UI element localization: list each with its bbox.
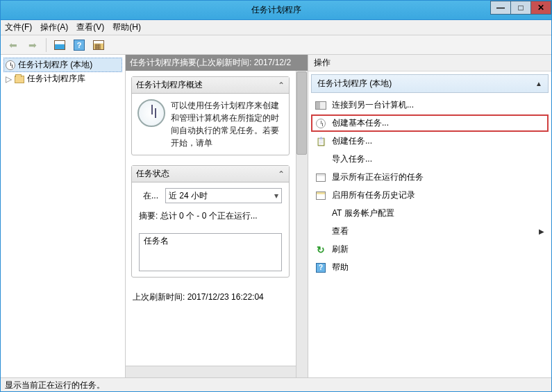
title-bar: 任务计划程序 — □ ✕: [1, 1, 551, 20]
clock-icon: [315, 118, 326, 129]
vertical-scrollbar[interactable]: [296, 71, 308, 377]
help-icon: ?: [315, 262, 326, 273]
actions-title-bar[interactable]: 任务计划程序 (本地) ▲: [311, 74, 549, 93]
expand-icon[interactable]: ▷: [5, 74, 12, 84]
status-header[interactable]: 任务状态 ⌃: [132, 166, 289, 182]
action-label: 启用所有任务历史记录: [332, 189, 544, 201]
clock-icon: [6, 60, 15, 70]
action-show-running[interactable]: 显示所有正在运行的任务: [311, 169, 549, 186]
tree-library-label: 任务计划程序库: [27, 73, 85, 85]
properties-icon: [54, 40, 65, 50]
arrow-right-icon: [28, 40, 37, 51]
action-label: 刷新: [332, 244, 544, 255]
collapse-icon[interactable]: ⌃: [278, 169, 285, 179]
overview-body: 可以使用任务计划程序来创建和管理计算机将在所指定的时间自动执行的常见任务。若要开…: [132, 94, 289, 155]
tree-pane: 任务计划程序 (本地) ▷ 任务计划程序库: [1, 55, 126, 377]
calendar-button[interactable]: [90, 37, 107, 53]
import-icon: [315, 154, 326, 165]
status-group: 任务状态 ⌃ 在... 近 24 小时 摘要: 总计 0 个 - 0 个正在运行…: [131, 165, 290, 278]
overview-group: 任务计划程序概述 ⌃ 可以使用任务计划程序来创建和管理计算机将在所指定的时间自动…: [131, 76, 290, 155]
action-view[interactable]: 查看 ▶: [311, 223, 549, 240]
submenu-arrow-icon: ▶: [539, 228, 544, 235]
action-label: 显示所有正在运行的任务: [332, 171, 544, 183]
action-at-config[interactable]: AT 服务帐户配置: [311, 205, 549, 222]
last-refresh: 上次刷新时间: 2017/12/23 16:22:04: [131, 286, 290, 307]
maximize-button[interactable]: □: [510, 1, 531, 15]
summary-header: 任务计划程序摘要(上次刷新时间: 2017/12/2: [126, 55, 308, 71]
separator: [46, 38, 47, 52]
window-title: 任务计划程序: [251, 4, 301, 16]
action-label: 查看: [332, 225, 533, 237]
horizontal-scrollbar[interactable]: [126, 366, 296, 377]
actions-header: 操作: [308, 55, 551, 71]
menu-file[interactable]: 文件(F): [5, 22, 32, 33]
tree-root[interactable]: 任务计划程序 (本地): [3, 58, 122, 72]
calendar-icon: [93, 40, 104, 50]
close-button[interactable]: ✕: [530, 1, 551, 15]
summary-pane: 任务计划程序摘要(上次刷新时间: 2017/12/2 任务计划程序概述 ⌃ 可以…: [126, 55, 308, 377]
toolbar: ?: [1, 35, 551, 55]
body-area: 任务计划程序 (本地) ▷ 任务计划程序库 任务计划程序摘要(上次刷新时间: 2…: [1, 55, 551, 377]
action-label: 帮助: [332, 262, 544, 273]
status-bar: 显示当前正在运行的任务。: [1, 377, 551, 391]
scroll-thumb[interactable]: [296, 71, 307, 155]
action-help[interactable]: ? 帮助: [311, 259, 549, 276]
status-summary: 摘要: 总计 0 个 - 0 个正在运行...: [139, 210, 282, 222]
window-controls: — □ ✕: [491, 1, 551, 16]
overview-text: 可以使用任务计划程序来创建和管理计算机将在所指定的时间自动执行的常见任务。若要开…: [171, 99, 283, 149]
tree-root-label: 任务计划程序 (本地): [18, 59, 92, 71]
overview-title: 任务计划程序概述: [136, 79, 278, 91]
back-button[interactable]: [5, 37, 22, 53]
clock-large-icon: [137, 99, 165, 127]
status-period-label: 在...: [139, 190, 158, 202]
action-label: 创建基本任务...: [332, 117, 544, 129]
action-label: 创建任务...: [332, 135, 544, 147]
arrow-left-icon: [9, 40, 17, 51]
status-text: 显示当前正在运行的任务。: [5, 380, 105, 390]
action-label: AT 服务帐户配置: [332, 207, 544, 219]
action-enable-history[interactable]: 启用所有任务历史记录: [311, 187, 549, 204]
action-connect[interactable]: 连接到另一台计算机...: [311, 96, 549, 114]
running-icon: [315, 172, 326, 183]
history-icon: [315, 190, 326, 201]
help-icon: ?: [74, 40, 85, 51]
menu-view[interactable]: 查看(V): [76, 22, 104, 33]
at-icon: [315, 208, 326, 219]
action-create-task[interactable]: 创建任务...: [311, 133, 549, 150]
menu-action[interactable]: 操作(A): [40, 22, 68, 33]
tree-library[interactable]: ▷ 任务计划程序库: [3, 72, 122, 85]
status-title: 任务状态: [136, 168, 278, 180]
actions-pane: 操作 任务计划程序 (本地) ▲ 连接到另一台计算机... 创建基本任务... …: [308, 55, 551, 377]
action-label: 导入任务...: [332, 153, 544, 165]
status-period-select[interactable]: 近 24 小时: [165, 188, 282, 203]
summary-scroll: 任务计划程序概述 ⌃ 可以使用任务计划程序来创建和管理计算机将在所指定的时间自动…: [126, 71, 308, 377]
actions-title: 任务计划程序 (本地): [317, 78, 392, 90]
status-period-value: 近 24 小时: [169, 190, 208, 202]
status-body: 在... 近 24 小时 摘要: 总计 0 个 - 0 个正在运行... 任务名: [132, 182, 289, 277]
forward-button[interactable]: [24, 37, 41, 53]
refresh-icon: [315, 244, 326, 255]
folder-icon: [15, 76, 24, 83]
connect-icon: [315, 100, 326, 111]
collapse-icon[interactable]: ⌃: [278, 80, 285, 90]
menu-help[interactable]: 帮助(H): [112, 22, 141, 33]
view-icon: [315, 226, 326, 237]
collapse-up-icon[interactable]: ▲: [535, 80, 542, 87]
action-create-basic[interactable]: 创建基本任务...: [311, 114, 549, 132]
minimize-button[interactable]: —: [490, 1, 511, 15]
properties-button[interactable]: [51, 37, 68, 53]
task-icon: [315, 136, 326, 147]
help-button[interactable]: ?: [71, 37, 87, 53]
action-label: 连接到另一台计算机...: [332, 99, 544, 111]
action-refresh[interactable]: 刷新: [311, 241, 549, 258]
task-col-header: 任务名: [144, 236, 169, 246]
overview-header[interactable]: 任务计划程序概述 ⌃: [132, 77, 289, 94]
task-list[interactable]: 任务名: [139, 233, 282, 271]
menu-bar: 文件(F) 操作(A) 查看(V) 帮助(H): [1, 20, 551, 35]
action-import[interactable]: 导入任务...: [311, 151, 549, 168]
action-list: 连接到另一台计算机... 创建基本任务... 创建任务... 导入任务... 显…: [308, 94, 551, 278]
